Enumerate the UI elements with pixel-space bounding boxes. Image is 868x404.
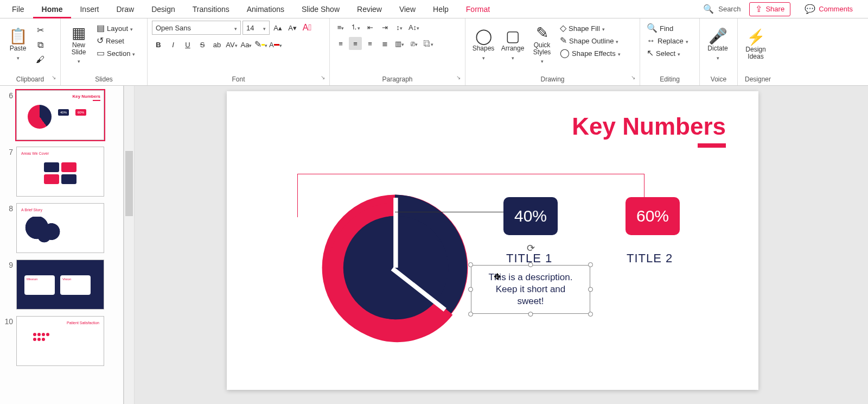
tab-slideshow[interactable]: Slide Show bbox=[293, 0, 348, 18]
quick-styles-button[interactable]: ✎Quick Styles bbox=[528, 21, 556, 70]
underline-button[interactable]: U bbox=[181, 38, 194, 51]
comments-button[interactable]: 💬 Comments bbox=[799, 3, 858, 16]
underline-icon: U bbox=[185, 41, 190, 49]
cut-button[interactable]: ✂ bbox=[34, 24, 47, 37]
selected-textbox[interactable]: ⟳ This is a description. Keep it short a… bbox=[471, 265, 590, 314]
handle-s[interactable] bbox=[528, 312, 533, 317]
pie-chart[interactable] bbox=[319, 192, 471, 344]
label-title-2[interactable]: TITLE 2 bbox=[627, 251, 673, 266]
select-button[interactable]: ↖Select bbox=[644, 48, 691, 59]
share-button[interactable]: ⇪ Share bbox=[749, 2, 790, 16]
columns-button[interactable]: ▥ bbox=[393, 37, 406, 50]
tab-format[interactable]: Format bbox=[457, 0, 499, 18]
thumbnail-9[interactable]: Mission Vision bbox=[16, 260, 104, 310]
arrange-button[interactable]: ▢Arrange bbox=[499, 21, 526, 70]
design-ideas-button[interactable]: ⚡Design Ideas bbox=[742, 21, 769, 70]
tab-design[interactable]: Design bbox=[143, 0, 184, 18]
shape-effects-button[interactable]: ◯Shape Effects bbox=[558, 48, 623, 59]
font-color-button[interactable]: A bbox=[269, 38, 282, 51]
line-spacing-button[interactable]: ↕ bbox=[393, 21, 406, 34]
leader-line bbox=[395, 212, 503, 212]
paste-button[interactable]: 📋 Paste bbox=[4, 21, 31, 70]
ribbon: 📋 Paste ✂ ⧉ 🖌 Clipboard↘ ▦ New Slide ▤La… bbox=[0, 18, 868, 86]
align-left-button[interactable]: ≡ bbox=[334, 37, 347, 50]
numbering-button[interactable]: ⒈ bbox=[349, 21, 362, 34]
align-left-icon: ≡ bbox=[339, 40, 343, 48]
shape-fill-button[interactable]: ◇Shape Fill bbox=[558, 23, 623, 34]
bullets-button[interactable]: ≡ bbox=[334, 21, 347, 34]
description-text[interactable]: This is a description. Keep it short and… bbox=[471, 272, 590, 307]
italic-button[interactable]: I bbox=[167, 38, 180, 51]
bold-button[interactable]: B bbox=[152, 38, 165, 51]
char-spacing-button[interactable]: AV bbox=[225, 38, 238, 51]
decrease-indent-button[interactable]: ⇤ bbox=[363, 21, 376, 34]
thumbnail-8[interactable]: A Brief Story bbox=[16, 203, 104, 253]
shadow-button[interactable]: ab bbox=[210, 38, 224, 51]
handle-se[interactable] bbox=[588, 312, 593, 317]
thumbnail-10[interactable]: Patient Satisfaction bbox=[16, 316, 104, 366]
drawing-launcher[interactable]: ↘ bbox=[631, 74, 635, 80]
strike-icon: S bbox=[200, 41, 205, 49]
change-case-button[interactable]: Aa bbox=[240, 38, 253, 51]
font-name-select[interactable]: Open Sans bbox=[152, 21, 241, 35]
layout-button[interactable]: ▤Layout bbox=[94, 23, 137, 34]
slide-canvas[interactable]: Key Numbers 40% 60% TITLE 1 TITLE 2 ⟳ bbox=[135, 86, 868, 404]
thumbnail-scrollbar[interactable] bbox=[124, 86, 135, 404]
handle-ne[interactable] bbox=[588, 262, 593, 267]
find-button[interactable]: 🔍Find bbox=[644, 23, 691, 34]
reset-button[interactable]: ↺Reset bbox=[94, 35, 137, 46]
align-center-button[interactable]: ≡ bbox=[349, 37, 362, 50]
font-launcher[interactable]: ↘ bbox=[321, 74, 325, 80]
mic-icon: 🎤 bbox=[709, 29, 727, 44]
quick-styles-icon: ✎ bbox=[536, 26, 548, 41]
thumbnail-6[interactable]: Key Numbers 40% 60% bbox=[16, 90, 104, 140]
new-slide-button[interactable]: ▦ New Slide bbox=[65, 21, 92, 70]
slide-title[interactable]: Key Numbers bbox=[572, 113, 726, 140]
tab-file[interactable]: File bbox=[3, 0, 33, 18]
smartart-button[interactable]: ⿻ bbox=[422, 37, 435, 50]
text-direction-button[interactable]: A↕ bbox=[407, 21, 420, 34]
tab-insert[interactable]: Insert bbox=[71, 0, 107, 18]
badge-60[interactable]: 60% bbox=[626, 197, 680, 235]
paragraph-launcher[interactable]: ↘ bbox=[456, 74, 461, 80]
replace-button[interactable]: ↔Replace bbox=[644, 35, 691, 46]
dictate-button[interactable]: 🎤Dictate bbox=[704, 21, 731, 70]
tab-transitions[interactable]: Transitions bbox=[184, 0, 238, 18]
thumbnail-7[interactable]: Areas We Cover bbox=[16, 147, 104, 197]
shape-outline-button[interactable]: ✎Shape Outline bbox=[558, 35, 623, 46]
clipboard-launcher[interactable]: ↘ bbox=[52, 74, 56, 80]
tab-review[interactable]: Review bbox=[348, 0, 391, 18]
clear-format-button[interactable]: A⃠ bbox=[301, 21, 314, 34]
badge-40[interactable]: 40% bbox=[503, 197, 558, 235]
decrease-font-button[interactable]: A▾ bbox=[286, 21, 299, 34]
justify-button[interactable]: ≣ bbox=[378, 37, 391, 50]
rotate-handle-icon[interactable]: ⟳ bbox=[527, 242, 535, 254]
tab-draw[interactable]: Draw bbox=[107, 0, 143, 18]
highlight-button[interactable]: ✎ bbox=[254, 38, 267, 51]
align-text-button[interactable]: ⎚ bbox=[407, 37, 420, 50]
copy-button[interactable]: ⧉ bbox=[34, 39, 47, 52]
tab-home[interactable]: Home bbox=[33, 0, 72, 18]
shapes-button[interactable]: ◯Shapes bbox=[470, 21, 497, 70]
increase-indent-button[interactable]: ⇥ bbox=[378, 21, 391, 34]
align-right-button[interactable]: ≡ bbox=[363, 37, 376, 50]
increase-font-button[interactable]: A▴ bbox=[271, 21, 284, 34]
effects-icon: ◯ bbox=[560, 49, 570, 58]
font-size-select[interactable]: 14 bbox=[242, 21, 270, 35]
align-center-icon: ≡ bbox=[353, 40, 358, 48]
handle-sw[interactable] bbox=[468, 312, 473, 317]
handle-n[interactable] bbox=[528, 262, 533, 267]
slide-thumbnail-pane[interactable]: 6 Key Numbers 40% 60% 7 Areas We Cover 8… bbox=[0, 86, 124, 404]
format-painter-button[interactable]: 🖌 bbox=[34, 53, 47, 66]
strike-button[interactable]: S bbox=[196, 38, 209, 51]
search-box[interactable]: 🔍 Search bbox=[703, 5, 741, 14]
tab-view[interactable]: View bbox=[391, 0, 424, 18]
slide[interactable]: Key Numbers 40% 60% TITLE 1 TITLE 2 ⟳ bbox=[227, 91, 758, 390]
tab-help[interactable]: Help bbox=[424, 0, 457, 18]
tab-animations[interactable]: Animations bbox=[238, 0, 293, 18]
section-button[interactable]: ▭Section bbox=[94, 48, 137, 59]
handle-nw[interactable] bbox=[468, 262, 473, 267]
scroll-thumb[interactable] bbox=[125, 151, 133, 216]
workspace: 6 Key Numbers 40% 60% 7 Areas We Cover 8… bbox=[0, 86, 868, 404]
case-icon: Aa bbox=[241, 41, 250, 49]
